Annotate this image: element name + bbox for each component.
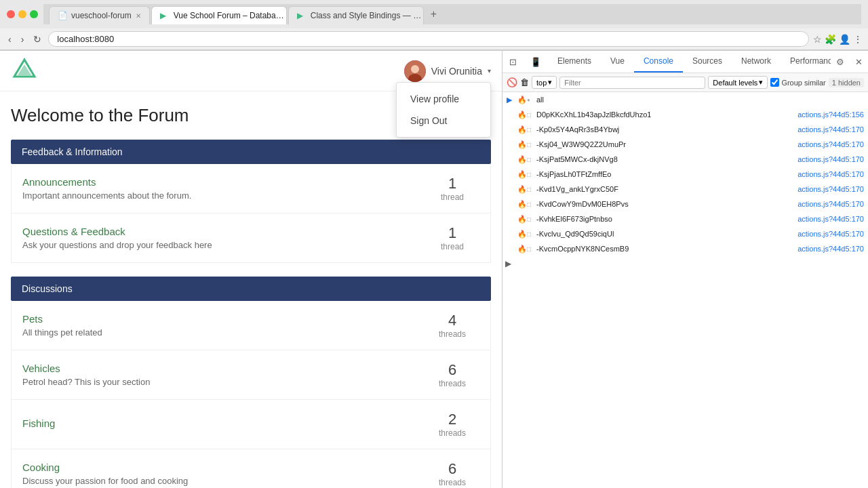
devtools-panel: ⊡ 📱 Elements Vue Console Sources Network… (502, 51, 868, 488)
tab-performance[interactable]: Performance (781, 51, 831, 73)
console-source-link[interactable]: actions.js?44d5:170 (797, 140, 864, 148)
console-filter-input[interactable] (559, 77, 705, 89)
tab-network[interactable]: Network (732, 51, 781, 73)
console-source-link[interactable]: actions.js?44d5:170 (797, 155, 864, 163)
forum-list-feedback: Announcements Important announcements ab… (11, 164, 491, 263)
tab-favicon-2: ▶ (160, 11, 170, 20)
forum-item-info: Fishing (22, 418, 425, 432)
back-button[interactable]: ‹ (5, 33, 14, 46)
forum-item-desc: Ask your questions and drop your feedbac… (22, 240, 425, 250)
tab-sources[interactable]: Sources (683, 51, 732, 73)
forum-item-count: 2 threads (425, 411, 479, 438)
console-key: D0pKKcXhL1b43apJzlBkcfdUhzo1 (536, 110, 797, 119)
browser-tab-3[interactable]: ▶ Class and Style Bindings — … ✕ (288, 6, 424, 24)
console-key: -KsjPat5MWCx-dkjNVg8 (536, 155, 797, 163)
new-tab-button[interactable]: + (425, 4, 442, 24)
extensions-icon[interactable]: 🧩 (825, 34, 836, 45)
console-row-3: 🔥 □ -Ksj04_W3W9Q2Z2UmuPr actions.js?44d5… (502, 137, 868, 152)
browser-tab-1[interactable]: 📄 vueschool-forum ✕ (49, 6, 150, 24)
log-levels-button[interactable]: Default levels ▾ (708, 76, 768, 89)
forum-item-count: 1 thread (425, 224, 479, 251)
user-name: Vivi Orunitia (431, 66, 482, 77)
close-traffic-light[interactable] (7, 10, 15, 18)
checkbox-icon: □ (527, 245, 536, 253)
forum-item-fishing[interactable]: Fishing 2 threads (12, 400, 490, 449)
console-source-link[interactable]: actions.js?44d5:170 (797, 170, 864, 178)
user-profile-icon[interactable]: 👤 (839, 34, 850, 45)
expand-icon[interactable]: ▶ (507, 96, 517, 104)
tab-console[interactable]: Console (634, 51, 683, 73)
checkbox-icon: □ (527, 171, 536, 178)
console-row-arrow[interactable]: ▶ (502, 256, 868, 271)
console-row-7: 🔥 □ -KvdCowY9mDvM0EH8Pvs actions.js?44d5… (502, 197, 868, 211)
forum-item-pets[interactable]: Pets All things pet related 4 threads (12, 301, 490, 350)
console-source-link[interactable]: actions.js?44d5:170 (797, 200, 864, 208)
right-arrow-icon[interactable]: ▶ (505, 259, 511, 268)
flame-icon: 🔥 (517, 245, 527, 253)
tab-vue[interactable]: Vue (601, 51, 634, 73)
forum-item-desc: All things pet related (22, 327, 425, 338)
checkbox-icon: □ (527, 141, 536, 148)
console-row-4: 🔥 □ -KsjPat5MWCx-dkjNVg8 actions.js?44d5… (502, 152, 868, 167)
menu-icon[interactable]: ⋮ (853, 34, 863, 45)
group-similar-checkbox[interactable] (770, 78, 779, 87)
console-key: -KvhkEl6F673igPtnbso (536, 215, 797, 223)
console-row-2: 🔥 □ -Kp0x5Y4AqRr3sB4Ybwj actions.js?44d5… (502, 122, 868, 137)
tab-elements[interactable]: Elements (548, 51, 601, 73)
sign-out-link[interactable]: Sign Out (397, 110, 490, 131)
console-key: -Kvd1Vg_ankLYgrxC50F (536, 185, 797, 193)
user-section[interactable]: Vivi Orunitia ▾ View profile Sign Out (404, 60, 491, 82)
minimize-traffic-light[interactable] (18, 10, 26, 18)
devtools-mobile-button[interactable]: 📱 (524, 52, 548, 73)
console-source-link[interactable]: actions.js?44d5:170 (797, 215, 864, 223)
tab-close-1[interactable]: ✕ (136, 12, 141, 20)
console-key: -KvcmOcppNYK8NCesmB9 (536, 245, 797, 253)
forum-item-cooking[interactable]: Cooking Discuss your passion for food an… (12, 449, 490, 488)
forum-item-announcements[interactable]: Announcements Important announcements ab… (12, 164, 490, 214)
console-source-link[interactable]: actions.js?44d5:170 (797, 125, 864, 134)
forum-item-desc: Discuss your passion for food and cookin… (22, 476, 425, 486)
category-feedback: Feedback & Information Announcements Imp… (11, 140, 491, 263)
category-header-discussions: Discussions (11, 277, 491, 301)
category-header-feedback: Feedback & Information (11, 140, 491, 164)
checkbox-icon: □ (527, 111, 536, 119)
maximize-traffic-light[interactable] (30, 10, 38, 18)
devtools-settings-button[interactable]: ⚙ (831, 52, 850, 73)
console-source-link[interactable]: actions.js?44d5:170 (797, 245, 864, 253)
devtools-toolbar: ⊡ 📱 Elements Vue Console Sources Network… (502, 51, 868, 73)
console-source-link[interactable]: actions.js?44d5:170 (797, 185, 864, 193)
address-bar: ‹ › ↻ ☆ 🧩 👤 ⋮ (0, 28, 868, 50)
forum-item-feedback[interactable]: Questions & Feedback Ask your questions … (12, 214, 490, 262)
forum-item-name: Pets (22, 313, 425, 325)
console-source-link[interactable]: actions.js?44d5:156 (797, 110, 864, 119)
reload-button[interactable]: ↻ (31, 33, 44, 46)
browser-tab-2[interactable]: ▶ Vue School Forum – Databa… ✕ (151, 6, 287, 24)
checkbox-icon: □ (527, 230, 536, 238)
checkbox-icon: □ (527, 156, 536, 163)
forum-item-info: Announcements Important announcements ab… (22, 176, 425, 201)
forum-item-info: Vehicles Petrol head? This is your secti… (22, 363, 425, 387)
forum-item-vehicles[interactable]: Vehicles Petrol head? This is your secti… (12, 350, 490, 400)
view-profile-link[interactable]: View profile (397, 88, 490, 110)
avatar (404, 60, 426, 82)
flame-icon: 🔥 (517, 155, 527, 164)
console-row-5: 🔥 □ -KsjPjasLh0TFtZmffEo actions.js?44d5… (502, 167, 868, 182)
devtools-inspect-button[interactable]: ⊡ (502, 52, 524, 73)
forward-button[interactable]: › (18, 33, 27, 46)
clear-icon[interactable]: 🗑 (520, 77, 529, 87)
forum-item-info: Cooking Discuss your passion for food an… (22, 462, 425, 486)
devtools-close-button[interactable]: ✕ (850, 52, 868, 73)
tab-title-3: Class and Style Bindings — … (311, 11, 421, 20)
url-input[interactable] (48, 31, 809, 47)
console-source-link[interactable]: actions.js?44d5:170 (797, 230, 864, 238)
flame-icon: 🔥 (517, 230, 527, 239)
forum-item-count: 1 thread (425, 175, 479, 202)
forum-item-info: Questions & Feedback Ask your questions … (22, 226, 425, 250)
flame-icon: 🔥 (517, 125, 527, 134)
circle-slash-icon[interactable]: 🚫 (507, 77, 517, 87)
console-row-10: 🔥 □ -KvcmOcppNYK8NCesmB9 actions.js?44d5… (502, 241, 868, 256)
bookmark-icon[interactable]: ☆ (813, 34, 822, 45)
forum-item-name: Questions & Feedback (22, 226, 425, 237)
flame-icon: 🔥 (517, 110, 527, 119)
context-dropdown[interactable]: top ▾ (532, 76, 557, 89)
